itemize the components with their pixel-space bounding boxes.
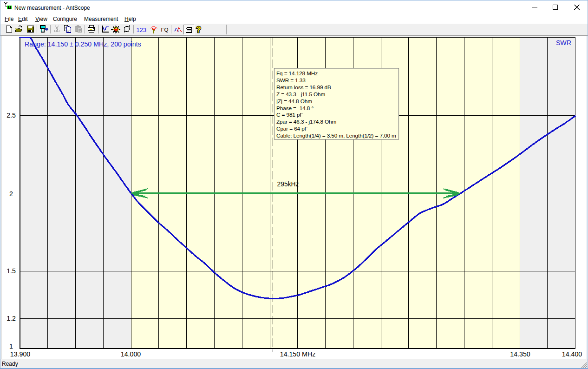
svg-text:Phase = -14.8 °: Phase = -14.8 °	[276, 105, 314, 112]
svg-text:?: ?	[196, 25, 201, 34]
svg-text:Edit: Edit	[18, 16, 28, 22]
svg-text:File: File	[5, 16, 14, 22]
svg-text:Z = 43.3 - j11.5 Ohm: Z = 43.3 - j11.5 Ohm	[276, 91, 326, 98]
svg-text:Ready: Ready	[2, 361, 18, 367]
svg-text:123: 123	[137, 26, 147, 33]
svg-text:Cable: Length(1/4) = 3.50 m, L: Cable: Length(1/4) = 3.50 m, Length(1/2)…	[276, 132, 396, 139]
svg-text:1.5: 1.5	[7, 267, 16, 275]
svg-text:1: 1	[9, 343, 13, 350]
svg-text:14.000: 14.000	[121, 350, 141, 358]
svg-text:1.2: 1.2	[7, 315, 16, 322]
svg-text:13.900: 13.900	[10, 350, 31, 358]
svg-text:SWR = 1.33: SWR = 1.33	[276, 77, 306, 84]
svg-text:|Z| = 44.8 Ohm: |Z| = 44.8 Ohm	[276, 98, 312, 105]
svg-text:FQ: FQ	[161, 27, 169, 33]
svg-text:295kHz: 295kHz	[277, 181, 299, 188]
svg-text:View: View	[35, 16, 47, 22]
svg-text:Range: 14.150 ± 0.250 MHz, 200: Range: 14.150 ± 0.250 MHz, 200 points	[25, 40, 141, 48]
svg-text:New measurement - AntScope: New measurement - AntScope	[14, 5, 90, 11]
svg-text:2: 2	[9, 190, 13, 198]
svg-text:Return loss = 16.99 dB: Return loss = 16.99 dB	[276, 84, 331, 91]
svg-text:14.150 MHz: 14.150 MHz	[280, 350, 316, 358]
svg-text:C = 981 pF: C = 981 pF	[276, 112, 303, 118]
svg-text:Measurement: Measurement	[84, 16, 118, 22]
svg-text:Fq = 14.128 MHz: Fq = 14.128 MHz	[276, 70, 318, 77]
svg-text:14.400: 14.400	[562, 350, 582, 358]
svg-text:SWR: SWR	[556, 39, 571, 46]
svg-text:Help: Help	[124, 16, 136, 22]
svg-text:14.350: 14.350	[510, 350, 530, 358]
svg-text:Cpar = 64 pF: Cpar = 64 pF	[276, 125, 308, 132]
svg-text:2.5: 2.5	[7, 112, 16, 119]
svg-text:Configure: Configure	[53, 16, 77, 22]
svg-text:Zpar = 46.3 - j174.8 Ohm: Zpar = 46.3 - j174.8 Ohm	[276, 119, 337, 125]
